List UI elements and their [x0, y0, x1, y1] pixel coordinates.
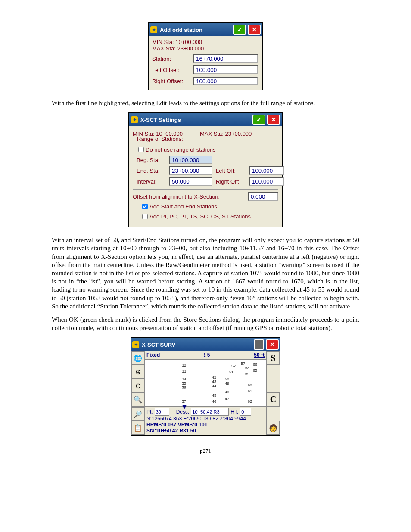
helmet-icon[interactable]: 🧑 — [267, 421, 280, 435]
add-pi-label: Add PI, PC, PT, TS, SC, CS, ST Stations — [149, 213, 251, 220]
do-not-use-range-label: Do not use range of stations — [146, 146, 216, 153]
body-paragraph-2: With an interval set of 50, and Start/En… — [52, 236, 359, 311]
left-offset-label: Left Offset: — [152, 67, 191, 73]
range-fieldset: Range of Stations: Do not use range of s… — [133, 139, 278, 190]
list-icon[interactable]: 📋 — [131, 421, 144, 435]
app-icon: ✦ — [131, 116, 138, 123]
dialog-title: Add odd station — [160, 27, 202, 33]
app-icon: ✦ — [132, 341, 139, 348]
zoom-window-icon[interactable]: 🔎 — [131, 407, 144, 421]
status-fixed: Fixed — [146, 352, 160, 358]
settings-button[interactable] — [254, 339, 264, 350]
ok-button[interactable]: ✓ — [233, 25, 246, 35]
interval-label: Interval: — [137, 178, 166, 185]
store-button[interactable]: S — [267, 351, 280, 365]
ht-label: HT: — [230, 409, 238, 415]
fieldset-legend: Range of Stations: — [136, 136, 184, 142]
desc-input[interactable] — [191, 408, 229, 416]
add-pi-checkbox[interactable] — [142, 214, 148, 219]
min-sta-label: MIN Sta: 10+00.000 — [152, 39, 259, 45]
end-sta-label: End. Sta: — [137, 168, 166, 174]
right-offset-label: Right Offset: — [152, 78, 191, 84]
add-odd-station-dialog: ✦ Add odd station ✓ ✕ MIN Sta: 10+00.000… — [148, 22, 263, 90]
zoom-in-icon[interactable]: ⊕ — [131, 365, 144, 379]
left-off-label: Left Off: — [216, 168, 246, 174]
zoom-out-icon[interactable]: ⊖ — [131, 379, 144, 392]
map-area[interactable]: 32 33 34 35 36 37 42 43 44 45 46 47 — [145, 359, 266, 406]
offset-alignment-input[interactable] — [248, 192, 278, 201]
end-sta-input[interactable] — [169, 166, 212, 175]
body-paragraph-1: With the first line highlighted, selecti… — [52, 99, 359, 107]
cancel-button[interactable]: ✕ — [267, 115, 280, 125]
right-off-input[interactable] — [249, 177, 284, 186]
max-sta-label: MAX Sta: 23+00.000 — [152, 45, 259, 52]
xsct-settings-dialog: ✦ X-SCT Settings ✓ ✕ MIN Sta: 10+00.000 … — [128, 112, 283, 227]
beg-sta-label: Beg. Sta: — [137, 157, 166, 163]
hrms-readout: HRMS:0.037 VRMS:0.101 — [146, 422, 265, 428]
ht-input[interactable] — [240, 408, 251, 416]
beg-sta-input[interactable] — [169, 156, 212, 164]
left-off-input[interactable] — [249, 166, 284, 175]
offset-alignment-label: Offset from alignment to X-Section: — [133, 193, 248, 200]
status-satellites: 5 — [207, 352, 210, 358]
right-offset-input[interactable] — [193, 77, 258, 85]
ok-button[interactable]: ✓ — [252, 115, 265, 125]
left-offset-input[interactable] — [193, 65, 258, 74]
dialog-titlebar: ✦ X-SCT SURV ✕ — [131, 338, 280, 351]
dialog-titlebar: ✦ Add odd station ✓ ✕ — [149, 23, 262, 36]
dialog-titlebar: ✦ X-SCT Settings ✓ ✕ — [129, 113, 282, 126]
dialog-title: X-SCT Settings — [140, 117, 181, 123]
sta-readout: Sta:10+50.42 R31.50 — [146, 428, 265, 434]
page-number: p271 — [52, 448, 359, 454]
pt-input[interactable] — [155, 408, 169, 416]
right-off-label: Right Off: — [216, 178, 246, 185]
coords-readout: N:1266074.363 E:2065013.682 Z:304.9944 — [146, 416, 265, 422]
do-not-use-range-checkbox[interactable] — [138, 147, 144, 152]
close-button[interactable]: ✕ — [266, 339, 279, 350]
station-label: Station: — [152, 56, 191, 62]
globe-icon[interactable]: 🌐 — [131, 351, 144, 365]
interval-input[interactable] — [169, 177, 212, 186]
add-start-end-checkbox[interactable] — [142, 204, 148, 209]
desc-label: Desc: — [176, 409, 190, 415]
app-icon: ✦ — [150, 26, 157, 33]
body-paragraph-3: When OK (green check mark) is clicked fr… — [52, 316, 359, 332]
cancel-button[interactable]: ✕ — [248, 25, 261, 35]
sat-icon: ⟟ — [204, 352, 206, 358]
status-distance: 50 ft — [254, 352, 265, 358]
pt-label: Pt: — [146, 409, 153, 415]
cursor-icon — [182, 405, 187, 409]
max-sta-label: MAX Sta: 23+00.000 — [200, 131, 252, 137]
zoom-extents-icon[interactable]: 🔍 — [131, 392, 144, 406]
station-input[interactable] — [193, 54, 258, 63]
dialog-title: X-SCT SURV — [142, 342, 176, 348]
add-start-end-label: Add Start and End Stations — [149, 203, 217, 210]
config-button[interactable]: C — [267, 392, 280, 406]
xsct-surv-dialog: ✦ X-SCT SURV ✕ 🌐 ⊕ ⊖ 🔍 Fixed ⟟ 5 50 ft — [131, 337, 280, 436]
